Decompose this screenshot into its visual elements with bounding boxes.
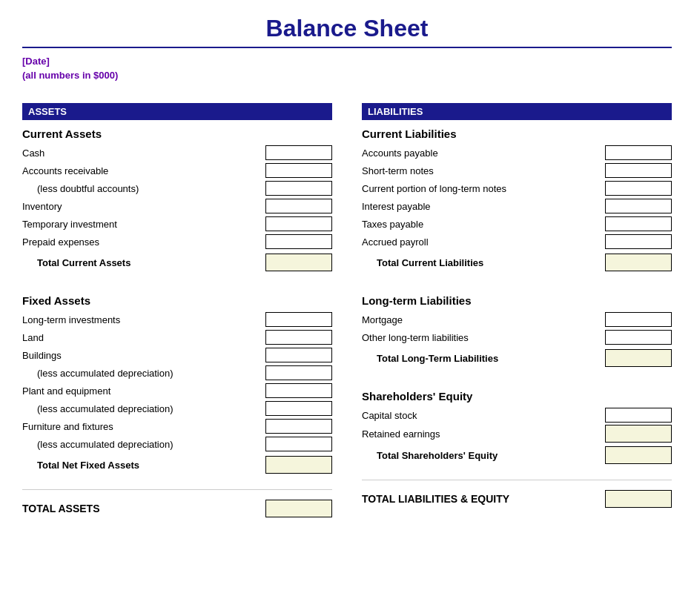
- longterm-investments-row: Long-term investments: [22, 311, 332, 328]
- other-longterm-input[interactable]: [605, 330, 672, 345]
- furniture-fixtures-label: Furniture and fixtures: [22, 421, 265, 432]
- inventory-input[interactable]: [265, 199, 332, 213]
- accounts-payable-input[interactable]: [605, 145, 672, 160]
- short-term-notes-input[interactable]: [605, 163, 672, 178]
- prepaid-expenses-label: Prepaid expenses: [22, 236, 265, 248]
- furniture-fixtures-input[interactable]: [265, 419, 332, 434]
- interest-payable-input[interactable]: [605, 199, 672, 213]
- taxes-payable-label: Taxes payable: [362, 219, 605, 230]
- accounts-payable-row: Accounts payable: [362, 145, 672, 161]
- temp-investment-label: Temporary investment: [22, 219, 265, 230]
- total-shareholders-equity-row: Total Shareholders' Equity: [362, 446, 672, 465]
- liabilities-column: LIABILITIES Current Liabilities Accounts…: [362, 103, 672, 520]
- total-net-fixed-assets-row: Total Net Fixed Assets: [22, 455, 332, 474]
- mortgage-label: Mortgage: [362, 314, 605, 325]
- liabilities-header: LIABILITIES: [362, 103, 672, 120]
- less-accum-dep-buildings-row: (less accumulated depreciation): [22, 365, 332, 381]
- assets-header: ASSETS: [22, 103, 332, 120]
- less-accum-dep-buildings-input[interactable]: [265, 365, 332, 380]
- short-term-notes-label: Short-term notes: [362, 165, 605, 176]
- prepaid-expenses-row: Prepaid expenses: [22, 234, 332, 250]
- less-accum-dep-plant-label: (less accumulated depreciation): [22, 403, 265, 414]
- accrued-payroll-input[interactable]: [605, 234, 672, 249]
- taxes-payable-row: Taxes payable: [362, 216, 672, 232]
- cash-input[interactable]: [265, 145, 332, 160]
- total-current-liabilities-input[interactable]: [605, 254, 672, 271]
- accrued-payroll-label: Accrued payroll: [362, 236, 605, 248]
- page-title: Balance Sheet: [22, 15, 672, 42]
- inventory-label: Inventory: [22, 201, 265, 212]
- current-portion-longterm-input[interactable]: [605, 181, 672, 196]
- cash-row: Cash: [22, 145, 332, 161]
- less-accum-dep-furniture-label: (less accumulated depreciation): [22, 439, 265, 450]
- total-shareholders-equity-input[interactable]: [605, 446, 672, 464]
- accrued-payroll-row: Accrued payroll: [362, 234, 672, 250]
- short-term-notes-row: Short-term notes: [362, 162, 672, 179]
- capital-stock-input[interactable]: [605, 408, 672, 423]
- total-current-liabilities-row: Total Current Liabilities: [362, 253, 672, 272]
- total-current-liabilities-label: Total Current Liabilities: [362, 257, 605, 268]
- less-accum-dep-plant-input[interactable]: [265, 401, 332, 416]
- retained-earnings-label: Retained earnings: [362, 428, 605, 440]
- taxes-payable-input[interactable]: [605, 216, 672, 231]
- cash-label: Cash: [22, 148, 265, 159]
- total-current-assets-label: Total Current Assets: [22, 257, 265, 268]
- buildings-label: Buildings: [22, 350, 265, 361]
- total-liabilities-equity-section: TOTAL LIABILITIES & EQUITY: [362, 480, 672, 510]
- temp-investment-input[interactable]: [265, 216, 332, 231]
- longterm-liabilities-title: Long-term Liabilities: [362, 294, 672, 307]
- total-liabilities-equity-row: TOTAL LIABILITIES & EQUITY: [362, 488, 672, 510]
- less-accum-dep-buildings-label: (less accumulated depreciation): [22, 368, 265, 379]
- total-liabilities-equity-input[interactable]: [605, 490, 672, 508]
- current-portion-longterm-label: Current portion of long-term notes: [362, 183, 605, 194]
- shareholders-equity-title: Shareholders' Equity: [362, 390, 672, 403]
- longterm-investments-input[interactable]: [265, 312, 332, 327]
- current-portion-longterm-row: Current portion of long-term notes: [362, 180, 672, 196]
- less-doubtful-input[interactable]: [265, 181, 332, 196]
- land-row: Land: [22, 329, 332, 345]
- longterm-investments-label: Long-term investments: [22, 314, 265, 325]
- buildings-row: Buildings: [22, 347, 332, 363]
- less-doubtful-label: (less doubtful accounts): [22, 183, 265, 194]
- total-assets-row: TOTAL ASSETS: [22, 497, 332, 520]
- interest-payable-label: Interest payable: [362, 201, 605, 212]
- plant-equipment-input[interactable]: [265, 383, 332, 398]
- total-assets-input[interactable]: [265, 500, 332, 517]
- total-current-assets-row: Total Current Assets: [22, 253, 332, 272]
- less-doubtful-row: (less doubtful accounts): [22, 180, 332, 196]
- current-assets-title: Current Assets: [22, 127, 332, 140]
- accounts-receivable-label: Accounts receivable: [22, 165, 265, 176]
- inventory-row: Inventory: [22, 198, 332, 214]
- numbers-subtitle: (all numbers in $000): [22, 70, 672, 81]
- other-longterm-row: Other long-term liabilities: [362, 329, 672, 345]
- retained-earnings-input[interactable]: [605, 425, 672, 443]
- temp-investment-row: Temporary investment: [22, 216, 332, 232]
- total-longterm-liabilities-row: Total Long-Term Liabilities: [362, 348, 672, 368]
- other-longterm-label: Other long-term liabilities: [362, 332, 605, 343]
- total-liabilities-equity-label: TOTAL LIABILITIES & EQUITY: [362, 493, 605, 505]
- less-accum-dep-furniture-row: (less accumulated depreciation): [22, 436, 332, 452]
- prepaid-expenses-input[interactable]: [265, 234, 332, 249]
- fixed-assets-title: Fixed Assets: [22, 294, 332, 307]
- accounts-payable-label: Accounts payable: [362, 148, 605, 159]
- current-liabilities-title: Current Liabilities: [362, 127, 672, 140]
- total-longterm-liabilities-input[interactable]: [605, 349, 672, 367]
- total-shareholders-equity-label: Total Shareholders' Equity: [362, 450, 605, 461]
- capital-stock-label: Capital stock: [362, 410, 605, 421]
- less-accum-dep-furniture-input[interactable]: [265, 437, 332, 451]
- total-net-fixed-assets-input[interactable]: [265, 456, 332, 474]
- land-label: Land: [22, 332, 265, 343]
- less-accum-dep-plant-row: (less accumulated depreciation): [22, 400, 332, 417]
- furniture-fixtures-row: Furniture and fixtures: [22, 418, 332, 434]
- total-assets-label: TOTAL ASSETS: [22, 503, 265, 514]
- total-current-assets-input[interactable]: [265, 254, 332, 271]
- assets-column: ASSETS Current Assets Cash Accounts rece…: [22, 103, 332, 520]
- accounts-receivable-input[interactable]: [265, 163, 332, 178]
- total-longterm-liabilities-label: Total Long-Term Liabilities: [362, 353, 605, 364]
- mortgage-input[interactable]: [605, 312, 672, 327]
- mortgage-row: Mortgage: [362, 311, 672, 328]
- land-input[interactable]: [265, 330, 332, 345]
- total-assets-section: TOTAL ASSETS: [22, 489, 332, 520]
- accounts-receivable-row: Accounts receivable: [22, 162, 332, 179]
- buildings-input[interactable]: [265, 348, 332, 362]
